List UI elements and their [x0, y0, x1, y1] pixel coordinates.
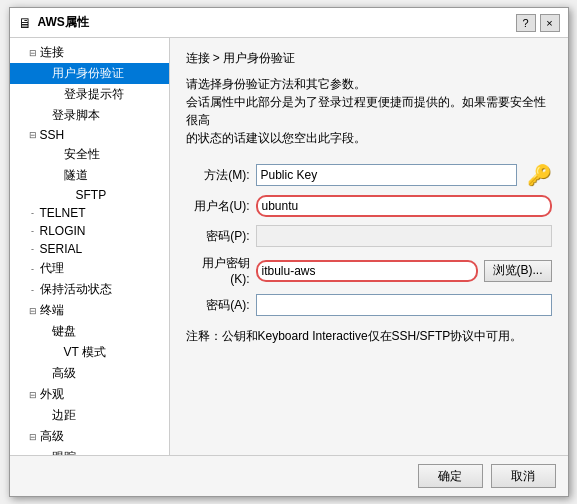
sidebar-item-terminal[interactable]: ⊟ 终端	[10, 300, 169, 321]
passphrase-row: 密码(A):	[186, 294, 552, 316]
password-row: 密码(P):	[186, 225, 552, 247]
sidebar-label-ssh: SSH	[40, 128, 65, 142]
method-row: 方法(M): Password Public Key Keyboard Inte…	[186, 163, 552, 187]
sidebar-item-advanced2[interactable]: ⊟ 高级	[10, 426, 169, 447]
expand-icon-appearance: ⊟	[26, 390, 40, 400]
expand-icon-terminal: ⊟	[26, 306, 40, 316]
sidebar-item-user-auth[interactable]: 用户身份验证	[10, 63, 169, 84]
userkey-row: 用户密钥(K): itbulu-aws 浏览(B)...	[186, 255, 552, 286]
sidebar-label-security: 安全性	[64, 146, 100, 163]
sidebar-label-terminal: 终端	[40, 302, 64, 319]
sidebar-label-telnet: TELNET	[40, 206, 86, 220]
method-control-area: Password Public Key Keyboard Interactive…	[256, 163, 552, 187]
password-label: 密码(P):	[186, 228, 256, 245]
sidebar-item-keepalive[interactable]: - 保持活动状态	[10, 279, 169, 300]
method-label: 方法(M):	[186, 167, 256, 184]
sidebar-label-advanced2: 高级	[40, 428, 64, 445]
passphrase-control-area	[256, 294, 552, 316]
userkey-select-wrapper: itbulu-aws	[256, 260, 478, 282]
sidebar-label-rlogin: RLOGIN	[40, 224, 86, 238]
password-control-area	[256, 225, 552, 247]
dialog-body: ⊟ 连接 用户身份验证 登录提示符 登录脚本 ⊟ SSH 安全	[10, 38, 568, 455]
desc-line3: 的状态的话建议以您空出此字段。	[186, 129, 552, 147]
username-label: 用户名(U):	[186, 198, 256, 215]
sidebar-label-appearance: 外观	[40, 386, 64, 403]
userkey-label: 用户密钥(K):	[186, 255, 256, 286]
sidebar-label-login-script: 登录脚本	[52, 107, 100, 124]
sidebar-item-trace[interactable]: 跟踪	[10, 447, 169, 455]
expand-icon-serial: -	[26, 244, 40, 254]
expand-icon-connect: ⊟	[26, 48, 40, 58]
sidebar-item-sftp[interactable]: SFTP	[10, 186, 169, 204]
sidebar-item-login-tip[interactable]: 登录提示符	[10, 84, 169, 105]
ok-button[interactable]: 确定	[418, 464, 483, 488]
sidebar-item-proxy[interactable]: - 代理	[10, 258, 169, 279]
username-input[interactable]	[256, 195, 552, 217]
aws-properties-dialog: 🖥 AWS属性 ? × ⊟ 连接 用户身份验证 登录提示符	[9, 7, 569, 497]
sidebar-label-serial: SERIAL	[40, 242, 83, 256]
sidebar-item-telnet[interactable]: - TELNET	[10, 204, 169, 222]
note-text: 注释：公钥和Keyboard Interactive仅在SSH/SFTP协议中可…	[186, 328, 552, 345]
expand-icon-telnet: -	[26, 208, 40, 218]
passphrase-label: 密码(A):	[186, 297, 256, 314]
sidebar-item-ssh[interactable]: ⊟ SSH	[10, 126, 169, 144]
browse-button[interactable]: 浏览(B)...	[484, 260, 552, 282]
help-button[interactable]: ?	[516, 14, 536, 32]
expand-icon-ssh: ⊟	[26, 130, 40, 140]
password-input[interactable]	[256, 225, 552, 247]
sidebar-label-vt-mode: VT 模式	[64, 344, 106, 361]
sidebar-label-advanced: 高级	[52, 365, 76, 382]
sidebar-item-rlogin[interactable]: - RLOGIN	[10, 222, 169, 240]
method-select-wrapper: Password Public Key Keyboard Interactive…	[256, 164, 517, 186]
sidebar-item-serial[interactable]: - SERIAL	[10, 240, 169, 258]
desc-line2: 会话属性中此部分是为了登录过程更便捷而提供的。如果需要安全性很高	[186, 93, 552, 129]
expand-icon-proxy: -	[26, 264, 40, 274]
key-icon: 🔑	[527, 163, 552, 187]
main-content: 连接 > 用户身份验证 请选择身份验证方法和其它参数。 会话属性中此部分是为了登…	[170, 38, 568, 455]
sidebar-label-connect: 连接	[40, 44, 64, 61]
sidebar-label-sftp: SFTP	[76, 188, 107, 202]
expand-icon-keepalive: -	[26, 285, 40, 295]
title-bar-left: 🖥 AWS属性	[18, 14, 89, 31]
dialog-icon: 🖥	[18, 15, 32, 31]
sidebar-label-login-tip: 登录提示符	[64, 86, 124, 103]
cancel-button[interactable]: 取消	[491, 464, 556, 488]
dialog-footer: 确定 取消	[10, 455, 568, 496]
passphrase-input[interactable]	[256, 294, 552, 316]
expand-icon-rlogin: -	[26, 226, 40, 236]
sidebar-item-advanced[interactable]: 高级	[10, 363, 169, 384]
sidebar-item-vt-mode[interactable]: VT 模式	[10, 342, 169, 363]
sidebar-item-login-script[interactable]: 登录脚本	[10, 105, 169, 126]
sidebar-label-keepalive: 保持活动状态	[40, 281, 112, 298]
title-bar: 🖥 AWS属性 ? ×	[10, 8, 568, 38]
username-row: 用户名(U):	[186, 195, 552, 217]
dialog-title: AWS属性	[38, 14, 89, 31]
sidebar-item-keyboard[interactable]: 键盘	[10, 321, 169, 342]
sidebar: ⊟ 连接 用户身份验证 登录提示符 登录脚本 ⊟ SSH 安全	[10, 38, 170, 455]
sidebar-label-keyboard: 键盘	[52, 323, 76, 340]
userkey-control-area: itbulu-aws 浏览(B)...	[256, 260, 552, 282]
sidebar-item-appearance[interactable]: ⊟ 外观	[10, 384, 169, 405]
close-button[interactable]: ×	[540, 14, 560, 32]
description: 请选择身份验证方法和其它参数。 会话属性中此部分是为了登录过程更便捷而提供的。如…	[186, 75, 552, 147]
sidebar-label-proxy: 代理	[40, 260, 64, 277]
username-control-area	[256, 195, 552, 217]
desc-line1: 请选择身份验证方法和其它参数。	[186, 75, 552, 93]
userkey-select[interactable]: itbulu-aws	[256, 260, 478, 282]
sidebar-label-user-auth: 用户身份验证	[52, 65, 124, 82]
breadcrumb: 连接 > 用户身份验证	[186, 50, 552, 67]
sidebar-label-tunnel: 隧道	[64, 167, 88, 184]
sidebar-item-connect[interactable]: ⊟ 连接	[10, 42, 169, 63]
sidebar-item-security[interactable]: 安全性	[10, 144, 169, 165]
expand-icon-advanced2: ⊟	[26, 432, 40, 442]
sidebar-item-tunnel[interactable]: 隧道	[10, 165, 169, 186]
sidebar-label-border: 边距	[52, 407, 76, 424]
title-bar-controls: ? ×	[516, 14, 560, 32]
sidebar-item-border[interactable]: 边距	[10, 405, 169, 426]
method-select[interactable]: Password Public Key Keyboard Interactive…	[256, 164, 517, 186]
